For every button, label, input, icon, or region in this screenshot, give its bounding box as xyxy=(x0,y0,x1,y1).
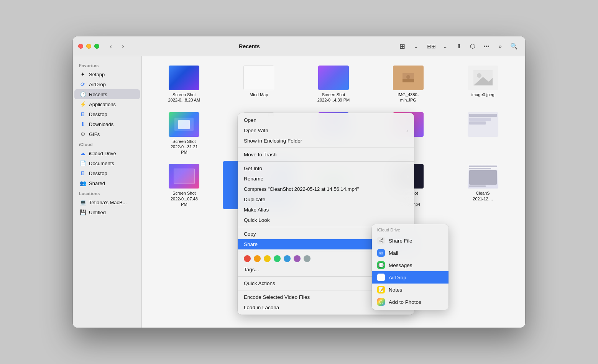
sidebar-item-gifs[interactable]: ⚙ GIFs xyxy=(74,129,140,139)
context-make-alias[interactable]: Make Alias xyxy=(238,205,414,215)
add-photos-item[interactable]: ⬡ Add to Photos xyxy=(372,296,449,308)
messages-icon: 💬 xyxy=(377,261,385,269)
locations-label: Locations xyxy=(73,188,141,197)
tag-blue[interactable] xyxy=(284,255,291,262)
photos-icon: ⬡ xyxy=(377,298,385,306)
sidebar-item-documents[interactable]: 📄 Documents xyxy=(74,158,140,168)
sidebar-item-untitled[interactable]: 💾 Untitled xyxy=(74,207,140,217)
sidebar-item-desktop[interactable]: 🖥 Desktop xyxy=(74,109,140,119)
icloud-label: iCloud xyxy=(73,139,141,148)
file-item-screenshot3[interactable]: Screen Shot2022-0...31.21 PM xyxy=(148,109,220,157)
file-item-img4380[interactable]: IMG_4380-min.JPG xyxy=(372,62,444,105)
sidebar: Favorites ✦ Setapp ⟳ AirDrop 🕐 Recents ⚡… xyxy=(73,56,142,328)
sidebar-item-macbook[interactable]: 💻 Tetiana's MacB... xyxy=(74,197,140,207)
sidebar-item-shared[interactable]: 👥 Shared xyxy=(74,178,140,188)
desktop2-icon: 🖥 xyxy=(80,170,86,176)
tag-purple[interactable] xyxy=(294,255,301,262)
svg-line-9 xyxy=(380,239,382,240)
context-move-trash[interactable]: Move to Trash xyxy=(238,149,414,160)
view-list-toggle[interactable]: ⌄ xyxy=(439,41,451,52)
airdrop-label: AirDrop xyxy=(389,275,406,280)
context-rename[interactable]: Rename xyxy=(238,174,414,184)
close-button[interactable] xyxy=(78,44,83,49)
file-name: Mind Map xyxy=(250,92,268,97)
context-get-info[interactable]: Get Info xyxy=(238,163,414,174)
separator-1 xyxy=(238,148,414,148)
view-grid-button[interactable]: ⊞ xyxy=(396,41,408,52)
traffic-lights xyxy=(78,44,99,49)
file-item-screenshot6[interactable] xyxy=(447,109,519,157)
gifs-icon: ⚙ xyxy=(80,131,86,137)
svg-line-10 xyxy=(380,241,382,242)
sidebar-item-label: iCloud Drive xyxy=(89,151,116,156)
tag-yellow[interactable] xyxy=(264,255,271,262)
maximize-button[interactable] xyxy=(94,44,99,49)
context-duplicate[interactable]: Duplicate xyxy=(238,194,414,205)
sidebar-item-recents[interactable]: 🕐 Recents xyxy=(74,89,140,99)
notes-icon: 📝 xyxy=(377,286,385,293)
sidebar-item-setapp[interactable]: ✦ Setapp xyxy=(74,69,140,79)
file-item-screenshot7[interactable]: Screen Shot2022-0...07.48 PM xyxy=(148,161,220,209)
minimize-button[interactable] xyxy=(86,44,91,49)
sidebar-item-label: Applications xyxy=(89,102,116,107)
svg-point-8 xyxy=(379,240,380,241)
file-item-cleanshot2[interactable]: CleanS2021-12.... xyxy=(447,161,519,209)
more-button[interactable]: ••• xyxy=(481,41,492,52)
tag-red[interactable] xyxy=(244,255,251,262)
applications-icon: ⚡ xyxy=(80,101,86,107)
mail-item[interactable]: ✉ Mail xyxy=(372,247,449,259)
context-open-with[interactable]: Open With › xyxy=(238,125,414,136)
sidebar-item-label: Tetiana's MacB... xyxy=(89,200,127,205)
desktop-icon: 🖥 xyxy=(80,111,86,117)
svg-point-4 xyxy=(477,73,481,78)
share-file-item[interactable]: Share File xyxy=(372,234,449,247)
messages-item[interactable]: 💬 Messages xyxy=(372,259,449,271)
tag-orange[interactable] xyxy=(254,255,261,262)
share-file-icon xyxy=(377,237,385,244)
airdrop-icon: ⟳ xyxy=(377,274,385,281)
shared-icon: 👥 xyxy=(80,180,86,186)
svg-point-1 xyxy=(406,75,410,79)
file-name: IMG_4380-min.JPG xyxy=(398,92,419,103)
sidebar-item-applications[interactable]: ⚡ Applications xyxy=(74,99,140,109)
share-file-label: Share File xyxy=(389,238,412,244)
file-item-screenshot1[interactable]: Screen Shot2022-0...8.20 AM xyxy=(148,62,220,105)
sidebar-item-label: GIFs xyxy=(89,131,100,137)
sidebar-item-downloads[interactable]: ⬇ Downloads xyxy=(74,119,140,129)
favorites-label: Favorites xyxy=(73,60,141,69)
expand-button[interactable]: » xyxy=(495,41,506,52)
sidebar-item-label: Desktop xyxy=(89,111,107,117)
view-list-button[interactable]: ⊞⊞ xyxy=(426,41,437,52)
sidebar-item-desktop2[interactable]: 🖥 Desktop xyxy=(74,168,140,178)
svg-rect-2 xyxy=(402,79,414,82)
context-compress[interactable]: Compress "CleanShot 2022-05-12 at 14.56.… xyxy=(238,184,414,194)
notes-item[interactable]: 📝 Notes xyxy=(372,284,449,296)
file-item-image0[interactable]: image0.jpeg xyxy=(447,62,519,105)
sidebar-item-airdrop[interactable]: ⟳ AirDrop xyxy=(74,79,140,89)
mail-icon: ✉ xyxy=(377,249,385,257)
sidebar-item-label: Recents xyxy=(89,92,107,97)
icloud-drive-icon: ☁ xyxy=(80,150,86,156)
context-show-enclosing[interactable]: Show in Enclosing Folder xyxy=(238,136,414,146)
tag-green[interactable] xyxy=(274,255,281,262)
untitled-icon: 💾 xyxy=(80,209,86,215)
context-open[interactable]: Open xyxy=(238,115,414,125)
file-item-screenshot2[interactable]: Screen Shot2022-0...4.39 PM xyxy=(297,62,370,105)
sidebar-item-icloud-drive[interactable]: ☁ iCloud Drive xyxy=(74,148,140,158)
add-photos-label: Add to Photos xyxy=(389,299,421,305)
file-thumbnail xyxy=(468,66,498,90)
documents-icon: 📄 xyxy=(80,160,86,166)
notes-label: Notes xyxy=(389,287,402,293)
view-toggle-button[interactable]: ⌄ xyxy=(410,41,422,52)
file-thumbnail xyxy=(393,66,424,90)
share-button[interactable]: ⬆ xyxy=(453,41,465,52)
file-item-mindmap[interactable]: Mind Map xyxy=(223,62,295,105)
title-bar: ‹ › Recents ⊞ ⌄ ⊞⊞ ⌄ ⬆ ⬡ ••• » 🔍 xyxy=(73,36,525,56)
search-button[interactable]: 🔍 xyxy=(508,41,520,52)
tag-button[interactable]: ⬡ xyxy=(467,41,478,52)
context-quick-look[interactable]: Quick Look xyxy=(238,215,414,225)
airdrop-item[interactable]: ⟳ AirDrop xyxy=(372,271,449,284)
tag-gray[interactable] xyxy=(304,255,310,262)
toolbar-right: ⊞ ⌄ ⊞⊞ ⌄ ⬆ ⬡ ••• » 🔍 xyxy=(396,41,520,52)
file-name: Screen Shot2022-0...31.21 PM xyxy=(167,139,201,155)
